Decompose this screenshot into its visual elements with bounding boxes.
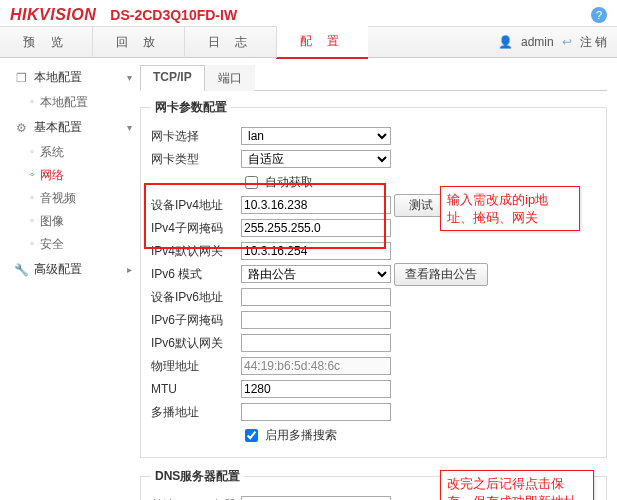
ipv6-mode-label: IPv6 模式 — [151, 266, 241, 283]
multi-search-checkbox[interactable] — [245, 429, 258, 442]
sidebar-group-local[interactable]: ❐ 本地配置 ▾ — [4, 64, 136, 91]
subtab-port[interactable]: 端口 — [205, 65, 255, 91]
mtu-input[interactable] — [241, 380, 391, 398]
nic-type-select[interactable]: 自适应 — [241, 150, 391, 168]
wrench-icon: 🔧 — [14, 263, 28, 277]
nic-legend: 网卡参数配置 — [151, 99, 231, 116]
ipv4-gw-label: IPv4默认网关 — [151, 243, 241, 260]
dns-primary-label: 首选DNS服务器 — [151, 497, 241, 501]
dns-primary-input[interactable] — [241, 496, 391, 500]
nic-config-card: 网卡参数配置 网卡选择 lan 网卡类型 自适应 自动获取 设备IPv4地址 测… — [140, 99, 607, 458]
multi-search-label: 启用多播搜索 — [265, 427, 337, 444]
sidebar-item-image[interactable]: 图像 — [4, 210, 136, 233]
nic-select-label: 网卡选择 — [151, 128, 241, 145]
monitor-icon: ❐ — [14, 71, 28, 85]
ipv6-mask-input[interactable] — [241, 311, 391, 329]
username: admin — [521, 35, 554, 49]
ipv6-mask-label: IPv6子网掩码 — [151, 312, 241, 329]
ipv4-mask-label: IPv4子网掩码 — [151, 220, 241, 237]
ipv4-addr-input[interactable] — [241, 196, 391, 214]
ipv6-addr-label: 设备IPv6地址 — [151, 289, 241, 306]
mac-input — [241, 357, 391, 375]
mtu-label: MTU — [151, 382, 241, 396]
brand-logo: HIKVISION — [10, 6, 96, 24]
logout-link[interactable]: 注 销 — [580, 34, 607, 51]
ipv4-gw-input[interactable] — [241, 242, 391, 260]
model-number: DS-2CD3Q10FD-IW — [110, 7, 237, 23]
view-route-button[interactable]: 查看路由公告 — [394, 263, 488, 286]
ipv6-mode-select[interactable]: 路由公告 — [241, 265, 391, 283]
sidebar-item-security[interactable]: 安全 — [4, 233, 136, 256]
chevron-down-icon: ▾ — [127, 122, 132, 133]
annotation-ip: 输入需改成的ip地址、掩码、网关 — [440, 186, 580, 231]
tab-config[interactable]: 配 置 — [276, 26, 368, 59]
ipv6-gw-label: IPv6默认网关 — [151, 335, 241, 352]
ipv4-addr-label: 设备IPv4地址 — [151, 197, 241, 214]
chevron-right-icon: ▸ — [127, 264, 132, 275]
mac-label: 物理地址 — [151, 358, 241, 375]
sidebar-item-video[interactable]: 音视频 — [4, 187, 136, 210]
dns-legend: DNS服务器配置 — [151, 468, 244, 485]
auto-obtain-label: 自动获取 — [265, 174, 313, 191]
ipv4-mask-input[interactable] — [241, 219, 391, 237]
tab-playback[interactable]: 回 放 — [92, 27, 184, 58]
multicast-input[interactable] — [241, 403, 391, 421]
tab-log[interactable]: 日 志 — [184, 27, 276, 58]
ipv6-gw-input[interactable] — [241, 334, 391, 352]
nic-select[interactable]: lan — [241, 127, 391, 145]
help-icon[interactable]: ? — [591, 7, 607, 23]
logout-icon: ↩ — [562, 35, 572, 49]
chevron-down-icon: ▾ — [127, 72, 132, 83]
sidebar-group-advanced[interactable]: 🔧 高级配置 ▸ — [4, 256, 136, 283]
sidebar-item-network[interactable]: 网络 — [4, 164, 136, 187]
sidebar-item-local[interactable]: 本地配置 — [4, 91, 136, 114]
subtab-tcpip[interactable]: TCP/IP — [140, 65, 205, 91]
nic-type-label: 网卡类型 — [151, 151, 241, 168]
user-icon: 👤 — [498, 35, 513, 49]
sidebar-item-system[interactable]: 系统 — [4, 141, 136, 164]
gear-icon: ⚙ — [14, 121, 28, 135]
multicast-label: 多播地址 — [151, 404, 241, 421]
auto-obtain-checkbox[interactable] — [245, 176, 258, 189]
annotation-save: 改完之后记得点击保存，保存成功即新地址生效 — [440, 470, 594, 500]
ipv6-addr-input[interactable] — [241, 288, 391, 306]
tab-preview[interactable]: 预 览 — [0, 27, 92, 58]
sidebar-group-basic[interactable]: ⚙ 基本配置 ▾ — [4, 114, 136, 141]
